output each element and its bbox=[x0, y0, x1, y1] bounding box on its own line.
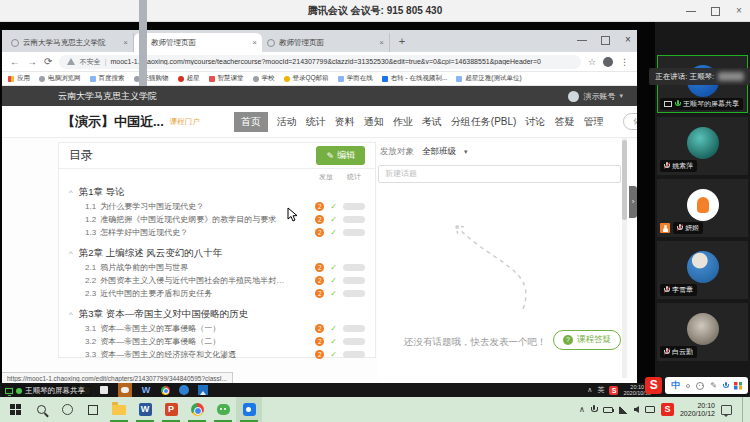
tray-battery-icon[interactable] bbox=[603, 407, 613, 413]
nav-tab-管理[interactable]: 管理 bbox=[583, 115, 603, 129]
browser-menu-icon[interactable]: ⋮ bbox=[620, 57, 629, 67]
taskbar-search-icon[interactable] bbox=[28, 397, 54, 422]
wechat-button[interactable] bbox=[210, 397, 236, 422]
close-icon[interactable]: × bbox=[734, 6, 744, 16]
bookmark-item[interactable]: 右转 - 在线视频制... bbox=[382, 74, 448, 83]
system-clock[interactable]: 20:10 2020/10/12 bbox=[680, 402, 715, 418]
chapter-row[interactable]: ^第3章 资本—帝国主义对中国侵略的历史 bbox=[59, 306, 375, 322]
audience-caret-icon[interactable]: ▾ bbox=[464, 148, 468, 156]
scrollbar[interactable] bbox=[622, 138, 627, 378]
bookmark-item[interactable]: 学校 bbox=[253, 74, 275, 83]
collapse-caret-icon[interactable]: ^ bbox=[69, 249, 73, 258]
section-row[interactable]: 2.1鸦片战争前的中国与世界2✓ bbox=[59, 261, 375, 274]
account-avatar[interactable] bbox=[568, 91, 579, 102]
sogou-logo-icon[interactable]: S bbox=[645, 377, 662, 394]
collapse-caret-icon[interactable]: ^ bbox=[69, 188, 73, 197]
section-row[interactable]: 3.3资本—帝国主义的经济掠夺和文化渗透2✓ bbox=[59, 348, 375, 361]
participant-tile[interactable]: 白云勤 bbox=[657, 303, 748, 361]
wechat-icon[interactable] bbox=[118, 383, 132, 397]
stats-toggle[interactable] bbox=[343, 351, 365, 358]
browser-tab[interactable]: 教师管理页面× bbox=[134, 33, 262, 52]
account-caret-icon[interactable]: ▾ bbox=[619, 92, 623, 100]
nav-tab-资料[interactable]: 资料 bbox=[335, 115, 355, 129]
task-view-button[interactable] bbox=[80, 397, 106, 422]
reload-icon[interactable]: ⟳ bbox=[44, 57, 52, 67]
tray-chevron-icon[interactable]: ∧ bbox=[587, 386, 592, 394]
chrome-icon[interactable] bbox=[160, 385, 170, 395]
nav-tab-分组任务(PBL)[interactable]: 分组任务(PBL) bbox=[451, 115, 517, 129]
bookmark-item[interactable]: 超星泛雅(测试单位) bbox=[456, 74, 521, 83]
photos-icon[interactable] bbox=[198, 385, 208, 395]
bookmark-item[interactable]: 登录QQ邮箱 bbox=[284, 74, 329, 83]
store-icon[interactable] bbox=[99, 385, 109, 395]
stats-toggle[interactable] bbox=[343, 290, 365, 297]
stats-toggle[interactable] bbox=[343, 264, 365, 271]
browser-tab[interactable]: 云南大学马克思主义学院× bbox=[6, 33, 134, 52]
word-button[interactable]: W bbox=[132, 397, 158, 422]
tab-close-icon[interactable]: × bbox=[379, 38, 384, 47]
course-qa-button[interactable]: ? 课程答疑 bbox=[553, 330, 621, 350]
tab-close-icon[interactable]: × bbox=[123, 38, 128, 47]
ime-indicator[interactable]: 英 bbox=[597, 385, 604, 395]
section-row[interactable]: 3.2资本—帝国主义的军事侵略（二）2✓ bbox=[59, 335, 375, 348]
bookmark-item[interactable]: 智慧课堂 bbox=[209, 74, 244, 83]
section-row[interactable]: 1.1为什么要学习中国近现代史？2✓ bbox=[59, 200, 375, 213]
account-name[interactable]: 演示账号 bbox=[583, 91, 615, 102]
panel-collapse-button[interactable]: › bbox=[629, 186, 637, 218]
stats-toggle[interactable] bbox=[343, 203, 365, 210]
file-explorer-button[interactable] bbox=[106, 397, 132, 422]
sogou-taskbar-icon[interactable]: S bbox=[661, 403, 674, 416]
word-icon[interactable]: W bbox=[141, 385, 151, 395]
voice-input-icon[interactable] bbox=[723, 382, 728, 390]
new-topic-input[interactable] bbox=[378, 165, 621, 183]
collapse-caret-icon[interactable]: ^ bbox=[69, 310, 73, 319]
participant-tile[interactable]: 李雪章 bbox=[657, 241, 748, 299]
start-button[interactable] bbox=[2, 397, 28, 422]
stats-toggle[interactable] bbox=[343, 216, 365, 223]
section-row[interactable]: 2.2外国资本主义入侵与近代中国社会的半殖民地半封建性质2✓ bbox=[59, 274, 375, 287]
maximize-icon[interactable] bbox=[710, 6, 720, 16]
bookmark-item[interactable]: 学而在线 bbox=[338, 74, 373, 83]
ime-mode-icon[interactable]: 中 bbox=[671, 379, 680, 392]
bookmark-star-icon[interactable]: ☆ bbox=[588, 57, 596, 67]
bookmark-item[interactable]: 电脑浏览网 bbox=[39, 74, 81, 83]
section-row[interactable]: 2.3近代中国的主要矛盾和历史任务2✓ bbox=[59, 287, 375, 300]
tray-network-icon[interactable] bbox=[619, 406, 628, 414]
minimize-icon[interactable] bbox=[686, 6, 696, 16]
stats-toggle[interactable] bbox=[343, 229, 365, 236]
handwriting-icon[interactable]: ✎ bbox=[710, 381, 717, 390]
nav-tab-答疑[interactable]: 答疑 bbox=[554, 115, 574, 129]
browser-profile-icon[interactable] bbox=[603, 57, 613, 67]
nav-tab-首页[interactable]: 首页 bbox=[234, 112, 268, 132]
ime-punct-icon[interactable] bbox=[686, 384, 690, 388]
tray-keyboard-icon[interactable] bbox=[645, 406, 655, 413]
powerpoint-button[interactable]: P bbox=[158, 397, 184, 422]
chapter-row[interactable]: ^第2章 上编综述 风云变幻的八十年 bbox=[59, 245, 375, 261]
bookmark-item[interactable]: 超星 bbox=[178, 74, 200, 83]
emoji-icon[interactable] bbox=[696, 382, 704, 390]
stats-toggle[interactable] bbox=[343, 338, 365, 345]
tray-volume-icon[interactable] bbox=[634, 406, 639, 413]
nav-tab-通知[interactable]: 通知 bbox=[364, 115, 384, 129]
notification-center-icon[interactable] bbox=[721, 405, 732, 415]
browser-minimize-icon[interactable] bbox=[577, 35, 587, 45]
try-new-version-button[interactable]: 体验新版 bbox=[623, 113, 637, 130]
nav-tab-讨论[interactable]: 讨论 bbox=[525, 115, 545, 129]
edit-button[interactable]: ✎编辑 bbox=[316, 146, 365, 165]
forward-icon[interactable]: → bbox=[27, 57, 37, 67]
nav-tab-考试[interactable]: 考试 bbox=[422, 115, 442, 129]
browser-tab[interactable]: 教师管理页面× bbox=[262, 33, 390, 52]
ime-menu-icon[interactable] bbox=[734, 382, 742, 390]
show-desktop-button[interactable] bbox=[742, 397, 746, 422]
section-row[interactable]: 1.3怎样学好中国近现代史？2✓ bbox=[59, 226, 375, 239]
bookmark-item[interactable]: 百度搜索 bbox=[90, 74, 125, 83]
tray-chevron-icon[interactable]: ∧ bbox=[579, 405, 585, 414]
participant-tile[interactable]: 妍姬 bbox=[657, 179, 748, 237]
browser-close-icon[interactable]: × bbox=[623, 35, 633, 45]
bookmark-item[interactable]: 应用 bbox=[8, 74, 30, 83]
stats-toggle[interactable] bbox=[343, 325, 365, 332]
browser-maximize-icon[interactable] bbox=[600, 35, 610, 45]
participant-tile[interactable]: 姚素萍 bbox=[657, 117, 748, 175]
sogou-tray-icon[interactable]: S bbox=[609, 386, 618, 395]
nav-tab-作业[interactable]: 作业 bbox=[393, 115, 413, 129]
